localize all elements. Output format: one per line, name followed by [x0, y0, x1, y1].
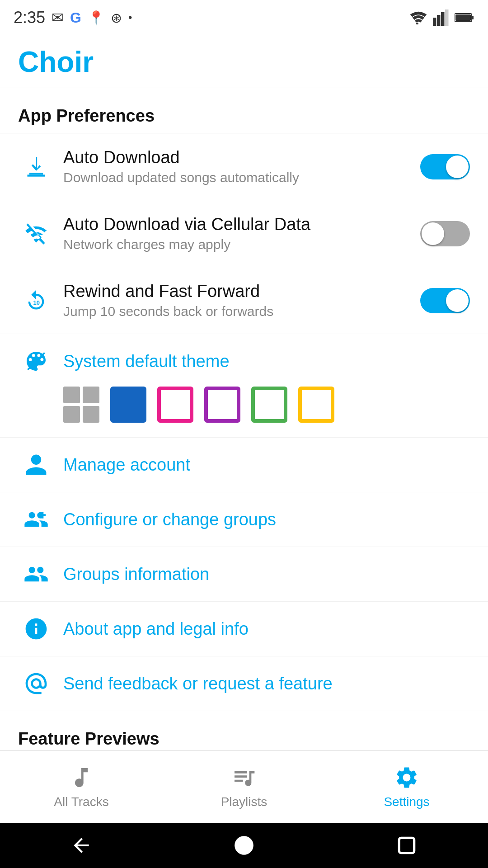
nav-all-tracks-label: All Tracks [54, 795, 108, 809]
svg-text:10: 10 [33, 299, 40, 306]
home-button[interactable] [230, 832, 258, 859]
info-icon [18, 616, 54, 642]
svg-rect-3 [445, 9, 449, 26]
auto-download-row: Auto Download Download updated songs aut… [0, 133, 488, 200]
nav-playlists-label: Playlists [221, 795, 267, 809]
groups-icon [18, 561, 54, 587]
gmail-icon: ✉ [52, 9, 64, 26]
svg-rect-7 [28, 175, 45, 176]
auto-download-cellular-subtitle: Network charges may apply [63, 237, 411, 252]
person-icon [18, 452, 54, 477]
auto-download-subtitle: Download updated songs automatically [63, 170, 411, 185]
rewind-fast-forward-text: Rewind and Fast Forward Jump 10 seconds … [54, 282, 420, 319]
battery-icon [455, 11, 474, 24]
recent-button[interactable] [393, 832, 420, 859]
main-content: App Preferences Auto Download Download u… [0, 88, 488, 838]
auto-download-text: Auto Download Download updated songs aut… [54, 148, 420, 185]
status-left: 2:35 ✉ G 📍 ⊛ • [14, 8, 132, 27]
auto-download-cellular-toggle[interactable] [420, 221, 470, 246]
download-icon [18, 155, 54, 179]
feature-previews-header: Feature Previews [0, 711, 488, 756]
about-app-row[interactable]: About app and legal info [0, 602, 488, 656]
back-button[interactable] [68, 832, 95, 859]
svg-rect-6 [455, 14, 471, 21]
system-bar [0, 823, 488, 868]
auto-download-cellular-row: Auto Download via Cellular Data Network … [0, 200, 488, 267]
svg-rect-0 [433, 18, 436, 26]
app-header: Choir [0, 32, 488, 88]
auto-download-toggle[interactable] [420, 154, 470, 179]
status-time: 2:35 [14, 8, 45, 27]
app-title: Choir [18, 46, 94, 78]
theme-color-green[interactable] [251, 387, 287, 423]
rewind-fast-forward-title: Rewind and Fast Forward [63, 282, 411, 301]
theme-row[interactable]: System default theme [0, 334, 488, 438]
wifi-icon [409, 11, 427, 24]
theme-color-yellow[interactable] [298, 387, 334, 423]
at-status-icon: ⊛ [111, 10, 122, 26]
theme-color-purple[interactable] [204, 387, 240, 423]
theme-colors [18, 387, 470, 423]
rewind-fast-forward-subtitle: Jump 10 seconds back or forwards [63, 304, 411, 319]
configure-groups-row[interactable]: Configure or change groups [0, 492, 488, 547]
theme-color-grid[interactable] [63, 387, 99, 423]
rewind-fast-forward-toggle[interactable] [420, 288, 470, 313]
auto-download-title: Auto Download [63, 148, 411, 167]
manage-account-row[interactable]: Manage account [0, 438, 488, 492]
google-icon: G [70, 9, 81, 26]
rewind-fast-forward-row: 10 Rewind and Fast Forward Jump 10 secon… [0, 267, 488, 334]
groups-info-row[interactable]: Groups information [0, 547, 488, 602]
nav-all-tracks[interactable]: All Tracks [0, 751, 163, 823]
theme-icon [18, 349, 54, 374]
svg-rect-11 [399, 838, 414, 853]
signal-icon [433, 9, 449, 26]
location-icon: 📍 [88, 10, 104, 26]
manage-account-label: Manage account [54, 455, 190, 475]
preferences-section-header: App Preferences [0, 88, 488, 133]
svg-rect-2 [441, 12, 445, 26]
dot-icon: • [128, 11, 132, 24]
bottom-nav: All Tracks Playlists Settings [0, 750, 488, 823]
svg-rect-5 [472, 16, 474, 19]
send-feedback-row[interactable]: Send feedback or request a feature [0, 656, 488, 711]
rewind-10-icon: 10 [18, 289, 54, 312]
configure-groups-label: Configure or change groups [54, 510, 276, 529]
theme-label: System default theme [63, 352, 230, 371]
auto-download-cellular-text: Auto Download via Cellular Data Network … [54, 215, 420, 252]
nav-settings-label: Settings [384, 795, 429, 809]
auto-download-cellular-title: Auto Download via Cellular Data [63, 215, 411, 234]
theme-label-row: System default theme [18, 349, 470, 374]
svg-rect-1 [437, 15, 441, 26]
theme-color-pink[interactable] [157, 387, 193, 423]
about-app-label: About app and legal info [54, 619, 249, 639]
send-feedback-label: Send feedback or request a feature [54, 674, 333, 693]
groups-info-label: Groups information [54, 565, 209, 584]
theme-color-blue[interactable] [110, 387, 146, 423]
no-wifi-icon [18, 222, 54, 245]
svg-point-10 [235, 836, 253, 855]
nav-playlists[interactable]: Playlists [163, 751, 325, 823]
status-bar: 2:35 ✉ G 📍 ⊛ • [0, 0, 488, 32]
add-group-icon [18, 507, 54, 532]
at-icon [18, 671, 54, 696]
nav-settings[interactable]: Settings [325, 751, 488, 823]
status-right [409, 9, 474, 26]
